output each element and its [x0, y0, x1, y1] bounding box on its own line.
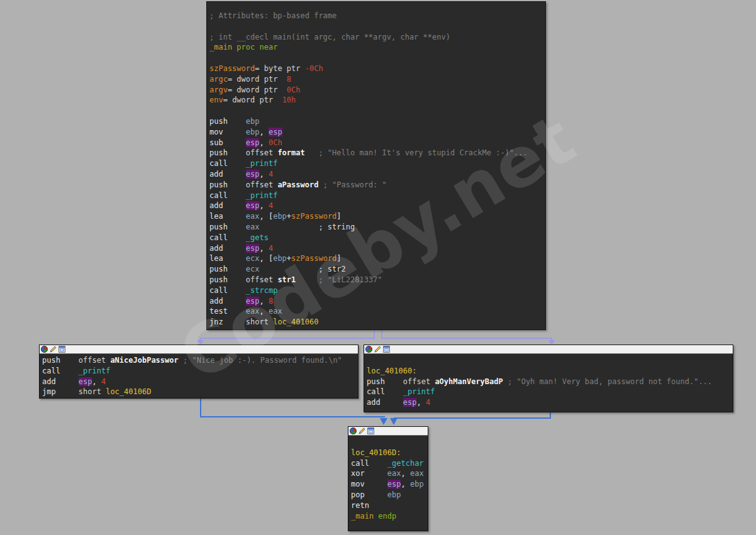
node-group-view-icon[interactable]	[383, 346, 390, 353]
asm-line: add esp, 4	[42, 377, 358, 387]
asm-line: _main proc near	[209, 42, 545, 53]
asm-line: push ecx ; str2	[209, 264, 545, 275]
asm-line: call _getchar	[351, 458, 428, 469]
asm-line: call _strcmp	[209, 285, 545, 296]
asm-line: jmp short loc_40106D	[42, 387, 358, 397]
asm-line: add esp, 8	[209, 296, 545, 307]
node-color-wheel-icon[interactable]	[350, 427, 357, 434]
asm-line: push offset str1 ; "LiL2281337"	[209, 275, 545, 285]
asm-line: test eax, eax	[209, 306, 545, 317]
graph-node-password-found[interactable]: push offset aNiceJobPasswor ; "Nice job …	[39, 345, 359, 399]
asm-line: push offset aPassword ; "Password: "	[209, 180, 545, 190]
asm-line: retn	[351, 500, 428, 511]
node-edit-color-icon[interactable]	[359, 427, 365, 434]
asm-line: lea ecx, [ebp+szPassword]	[209, 253, 545, 264]
asm-line: mov esp, ebp	[351, 479, 428, 490]
asm-line: loc_401060:	[367, 366, 733, 377]
asm-line: argc= dword ptr 8	[209, 74, 545, 85]
node-title-bar	[40, 345, 358, 354]
asm-line	[351, 437, 428, 448]
asm-line: push offset aOyhManVeryBadP ; "Oyh man! …	[367, 377, 733, 387]
node-title-bar	[348, 427, 428, 436]
node-group-view-icon[interactable]	[367, 427, 374, 434]
asm-line: loc_40106D:	[351, 448, 428, 458]
asm-line: lea eax, [ebp+szPassword]	[209, 211, 545, 222]
asm-line: add esp, 4	[209, 169, 545, 180]
asm-line: ; Attributes: bp-based frame	[209, 11, 545, 21]
edge-fallthrough-horizontal	[200, 338, 375, 339]
asm-line	[209, 53, 545, 63]
node-color-wheel-icon[interactable]	[41, 346, 48, 353]
edge-found-vertical	[200, 399, 201, 417]
asm-line: env= dword ptr 10h	[209, 95, 545, 106]
asm-line: add esp, 4	[367, 397, 733, 408]
asm-line: pop ebp	[351, 490, 428, 500]
asm-line: xor eax, eax	[351, 468, 428, 479]
node-title-bar	[364, 345, 733, 354]
graph-node-exit[interactable]: loc_40106D:call _getcharxor eax, eaxmov …	[348, 426, 428, 531]
asm-line	[367, 355, 733, 366]
asm-line: _main endp	[351, 511, 428, 522]
asm-line: add esp, 4	[209, 243, 545, 254]
asm-line: mov ebp, esp	[209, 127, 545, 138]
asm-line: jnz short loc_401060	[209, 317, 545, 328]
asm-line: call _printf	[209, 158, 545, 169]
edge-notfound-horizontal	[394, 417, 551, 419]
asm-line	[209, 106, 545, 116]
asm-line: push offset format ; "Hello man! It's ve…	[209, 148, 545, 158]
asm-line	[209, 21, 545, 32]
asm-line: push eax ; string	[209, 222, 545, 233]
node-edit-color-icon[interactable]	[374, 346, 381, 353]
asm-line: push offset aNiceJobPasswor ; "Nice job …	[42, 355, 358, 366]
node-edit-color-icon[interactable]	[50, 346, 57, 353]
asm-line: add esp, 4	[209, 201, 545, 211]
edge-jump-horizontal	[381, 338, 552, 339]
graph-node-password-not-found[interactable]: loc_401060:push offset aOyhManVeryBadP ;…	[364, 345, 733, 412]
asm-line: call _printf	[367, 387, 733, 397]
edge-found-arrow	[380, 418, 387, 425]
asm-line: ; int __cdecl main(int argc, char **argv…	[209, 32, 545, 43]
asm-line: call _gets	[209, 233, 545, 243]
node-group-view-icon[interactable]	[58, 346, 65, 353]
asm-line: push ebp	[209, 116, 545, 127]
asm-line: call _printf	[42, 366, 358, 377]
edge-notfound-arrow	[390, 418, 397, 425]
asm-line: sub esp, 0Ch	[209, 138, 545, 148]
node-color-wheel-icon[interactable]	[365, 346, 372, 353]
graph-node-main[interactable]: ; Attributes: bp-based frame ; int __cde…	[206, 1, 546, 330]
asm-line: szPassword= byte ptr -0Ch	[209, 63, 545, 74]
asm-line: call _printf	[209, 190, 545, 201]
asm-line: argv= dword ptr 0Ch	[209, 85, 545, 96]
edge-found-horizontal	[200, 416, 385, 417]
